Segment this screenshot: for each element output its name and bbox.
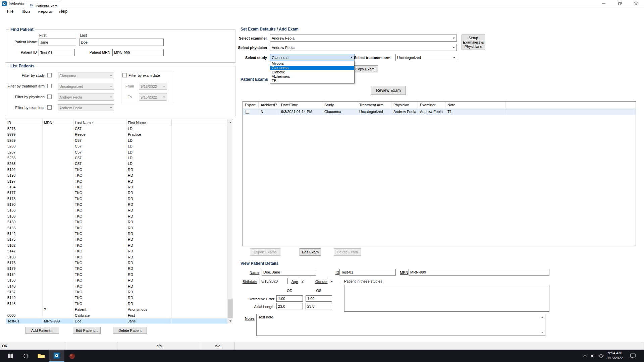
patient-row[interactable]: 9999ReecePractice (6, 132, 227, 137)
patient-row[interactable]: 5157TKORD (6, 289, 227, 295)
study-option-tbi[interactable]: TBI (270, 79, 354, 83)
patient-table-scrollbar[interactable] (227, 119, 233, 324)
filter-study-combo[interactable]: Glaucoma (58, 72, 114, 79)
action-center-button[interactable] (629, 350, 637, 362)
axial-od-input[interactable] (276, 303, 303, 309)
patient-row[interactable]: 5197TKORD (6, 179, 227, 184)
column-header-last-name[interactable]: Last Name (73, 119, 126, 126)
from-date-picker[interactable]: 9/15/2022 (139, 83, 167, 90)
patient-row[interactable]: 5142TKORD (6, 231, 227, 237)
edit-exam-button[interactable]: Edit Exam (300, 248, 321, 256)
column-header-mrn[interactable]: MRN (43, 119, 73, 126)
study-option-alzheimers[interactable]: Alzheimers (270, 74, 354, 79)
patient-row[interactable]: 5147TKORD (6, 248, 227, 254)
select-examiner-combo[interactable]: Andrew Feola (270, 35, 457, 42)
exam-col-export[interactable]: Export (243, 102, 259, 108)
minimize-button[interactable] (596, 0, 612, 7)
invivovue-taskbar-button[interactable] (49, 350, 64, 362)
taskbar-clock[interactable]: 9:54 AM 9/15/2022 (604, 351, 626, 361)
patient-row[interactable]: 5190TKORD (6, 202, 227, 207)
patient-row[interactable]: 5265C57LD (6, 161, 227, 167)
copy-exam-button[interactable]: Copy Exam (352, 65, 378, 72)
select-study-combo[interactable]: Glaucoma (270, 54, 355, 61)
gender-input[interactable] (329, 278, 339, 284)
study-option-diabetic[interactable]: Diabetic (270, 70, 354, 74)
patient-mrn-input[interactable] (112, 49, 164, 56)
exam-row[interactable]: N9/3/2021 01:14 PMGlaucomaUncategorizedA… (243, 108, 636, 115)
scrollbar-thumb[interactable] (228, 299, 233, 318)
patient-row[interactable]: 5134TKORD (6, 272, 227, 278)
delete-exam-button[interactable]: Delete Exam (334, 248, 361, 256)
patient-row[interactable]: 5266C57LD (6, 155, 227, 161)
filter-by-examiner-checkbox[interactable] (47, 105, 52, 110)
patient-row[interactable]: 5177TKORD (6, 190, 227, 196)
filter-treatment-combo[interactable]: Uncategorized (58, 83, 114, 90)
study-option-glaucoma[interactable]: Glaucoma (270, 66, 354, 70)
edit-patient-button[interactable]: Edit Patient... (73, 327, 101, 334)
notes-scroll-up-icon[interactable] (541, 315, 544, 319)
patient-row[interactable]: 5196TKORD (6, 173, 227, 178)
patient-row[interactable]: 5178TKORD (6, 196, 227, 202)
column-header-first-name[interactable]: First Name (126, 119, 172, 126)
refractive-os-input[interactable] (306, 295, 332, 302)
patient-row[interactable]: ?PatientAnonymous (6, 307, 227, 312)
patient-row[interactable]: 5179TKORD (6, 266, 227, 272)
patient-row[interactable]: 5186TKORD (6, 214, 227, 219)
patient-row[interactable]: 5162TKORD (6, 243, 227, 248)
patient-row[interactable]: 5140TKORD (6, 284, 227, 289)
review-exam-button[interactable]: Review Exam (371, 86, 406, 95)
exam-col-archived[interactable]: Archived? (259, 102, 279, 108)
filter-physician-combo[interactable]: Andrew Feola (58, 94, 114, 101)
patient-row[interactable]: 5180TKORD (6, 254, 227, 260)
patient-row[interactable]: 5166TKORD (6, 207, 227, 213)
restore-button[interactable] (612, 0, 628, 7)
scroll-up-icon[interactable] (227, 119, 233, 125)
add-patient-button[interactable]: Add Patient... (25, 327, 59, 334)
filter-by-exam-date-checkbox[interactable] (122, 73, 127, 77)
notes-textarea[interactable]: Test note (256, 314, 545, 336)
patient-row[interactable]: Test-01MRN-999DoeJane (6, 318, 227, 324)
notes-scroll-down-icon[interactable] (541, 331, 544, 334)
patient-row[interactable]: 5276C57LD (6, 126, 227, 132)
search-button[interactable] (18, 350, 34, 362)
start-button[interactable] (3, 350, 18, 362)
filter-examiner-combo[interactable]: Andrew Feola (58, 104, 114, 111)
select-physician-combo[interactable]: Andrew Feola (270, 44, 457, 51)
axial-os-input[interactable] (306, 303, 332, 309)
id-input[interactable] (339, 269, 396, 276)
exam-col-study[interactable]: Study (322, 102, 357, 108)
export-checkbox[interactable] (246, 110, 249, 114)
last-name-input[interactable] (79, 39, 164, 46)
first-name-input[interactable] (39, 39, 76, 46)
mrn-input[interactable] (409, 269, 549, 276)
volume-button[interactable] (590, 350, 596, 362)
file-explorer-button[interactable] (34, 350, 49, 362)
exam-col-datetime[interactable]: Date/Time (279, 102, 322, 108)
patient-row[interactable]: 5150TKORD (6, 278, 227, 283)
age-input[interactable] (300, 278, 310, 284)
setup-examiners-button[interactable]: Setup Examiners & Physicians (462, 35, 485, 50)
patient-row[interactable]: 5165TKORD (6, 225, 227, 231)
filter-by-study-checkbox[interactable] (47, 73, 52, 77)
exam-col-examiner[interactable]: Examiner (418, 102, 445, 108)
select-treatment-combo[interactable]: Uncategorized (395, 54, 457, 61)
study-option-myopia[interactable]: Myopia (270, 61, 354, 66)
second-app-taskbar-button[interactable] (64, 350, 80, 362)
patient-row[interactable]: 5267C57LD (6, 149, 227, 155)
patient-row[interactable]: 5149TKORD (6, 295, 227, 301)
patient-row[interactable]: 5176TKORD (6, 260, 227, 266)
column-header-id[interactable]: ID (6, 119, 43, 126)
patient-row[interactable]: 5175TKORD (6, 237, 227, 242)
close-button[interactable] (628, 0, 644, 7)
tab-patient-exam[interactable]: Patient/Exam (26, 1, 61, 11)
patient-row[interactable]: 5269C57LD (6, 138, 227, 143)
patient-row[interactable]: 5143TKORD (6, 301, 227, 307)
delete-patient-button[interactable]: Delete Patient (113, 327, 147, 334)
exam-col-note[interactable]: Note (445, 102, 505, 108)
export-exams-button[interactable]: Export Exams (250, 248, 280, 256)
patient-studies-listbox[interactable] (344, 285, 549, 312)
name-input[interactable] (262, 269, 316, 276)
patient-id-input[interactable] (39, 49, 75, 56)
filter-by-physician-checkbox[interactable] (47, 95, 52, 99)
menu-file[interactable]: File (3, 9, 17, 14)
